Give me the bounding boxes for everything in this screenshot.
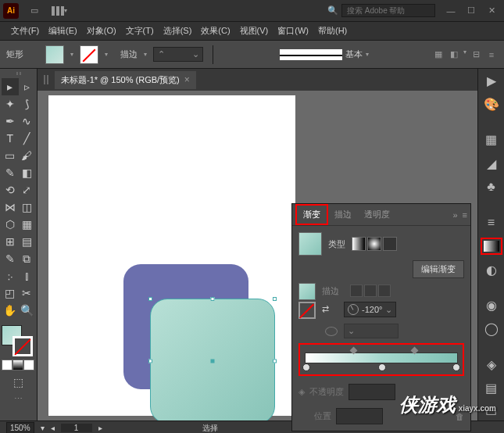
menu-window[interactable]: 窗口(W) bbox=[273, 25, 313, 37]
scale-tool[interactable]: ⤢ bbox=[19, 181, 36, 199]
align-icon[interactable]: ⊟ bbox=[470, 48, 482, 61]
close-tab-icon[interactable]: × bbox=[184, 74, 190, 85]
menu-effect[interactable]: 效果(C) bbox=[196, 25, 234, 37]
brushes-panel-icon[interactable]: ◢ bbox=[482, 155, 501, 172]
freeform-gradient-icon[interactable] bbox=[383, 237, 397, 251]
tab-gradient[interactable]: 渐变 bbox=[295, 204, 328, 225]
radial-gradient-icon[interactable] bbox=[367, 237, 381, 251]
ratio-input[interactable]: ⌄ bbox=[344, 324, 399, 338]
panel-menu-icon[interactable]: ≡ bbox=[463, 210, 467, 220]
curvature-tool[interactable]: ∿ bbox=[19, 113, 36, 130]
graph-tool[interactable]: ⫿ bbox=[19, 267, 36, 284]
fill-swatch-small[interactable] bbox=[298, 283, 316, 300]
bridge-icon[interactable]: ▭ bbox=[25, 3, 44, 19]
opacity-input[interactable] bbox=[349, 384, 395, 400]
menu-edit[interactable]: 编辑(E) bbox=[44, 25, 82, 37]
rotate-tool[interactable]: ⟲ bbox=[2, 181, 19, 199]
color-mode-solid[interactable] bbox=[2, 360, 13, 370]
menu-file[interactable]: 文件(F) bbox=[6, 25, 44, 37]
layers-panel-icon[interactable]: ◈ bbox=[482, 356, 501, 373]
reverse-gradient-icon[interactable]: ⇄ bbox=[322, 304, 338, 315]
document-tab[interactable]: 未标题-1* @ 150% (RGB/预览) × bbox=[55, 71, 196, 89]
swatches-panel-icon[interactable]: ▦ bbox=[482, 131, 501, 149]
menu-select[interactable]: 选择(S) bbox=[159, 25, 197, 37]
line-tool[interactable]: ╱ bbox=[19, 130, 36, 147]
shape-builder-tool[interactable]: ⬡ bbox=[2, 216, 19, 233]
maximize-button[interactable]: ☐ bbox=[462, 3, 481, 19]
selection-tool[interactable]: ▸ bbox=[2, 78, 19, 95]
width-tool[interactable]: ⋈ bbox=[2, 199, 19, 216]
eraser-tool[interactable]: ◧ bbox=[19, 164, 36, 181]
rectangle-tool[interactable]: ▭ bbox=[2, 147, 19, 164]
appearance-panel-icon[interactable]: ◉ bbox=[482, 297, 501, 314]
color-mode-gradient[interactable] bbox=[13, 360, 23, 370]
tab-stroke[interactable]: 描边 bbox=[328, 206, 358, 224]
chevron-down-icon[interactable]: ▾ bbox=[70, 51, 73, 58]
nav-prev-icon[interactable]: ◂ bbox=[51, 424, 55, 432]
gradient-preview-swatch[interactable] bbox=[298, 232, 322, 256]
pick-color-icon[interactable]: ◈ bbox=[298, 387, 305, 397]
fill-stroke-indicator[interactable] bbox=[2, 325, 33, 356]
magic-wand-tool[interactable]: ✦ bbox=[2, 95, 19, 113]
stroke-align-3-icon[interactable] bbox=[378, 284, 391, 297]
close-button[interactable]: ✕ bbox=[482, 3, 501, 19]
angle-input[interactable]: -120° ⌄ bbox=[344, 302, 396, 317]
graphic-styles-panel-icon[interactable]: ◯ bbox=[482, 320, 501, 338]
zoom-tool[interactable]: 🔍 bbox=[19, 302, 36, 319]
collapse-icon[interactable]: » bbox=[452, 210, 457, 220]
slice-tool[interactable]: ✂ bbox=[19, 284, 36, 302]
edit-gradient-button[interactable]: 编辑渐变 bbox=[413, 260, 464, 278]
tab-transparency[interactable]: 透明度 bbox=[358, 206, 396, 224]
perspective-tool[interactable]: ▦ bbox=[19, 216, 36, 233]
chevron-down-icon[interactable]: ▾ bbox=[64, 7, 67, 14]
stroke-panel-icon[interactable]: ≡ bbox=[482, 214, 501, 231]
teal-rectangle-shape[interactable] bbox=[150, 299, 275, 420]
artboard-nav[interactable]: 1 bbox=[61, 424, 92, 432]
chevron-down-icon[interactable]: ▾ bbox=[144, 51, 147, 58]
gradient-tool[interactable]: ▤ bbox=[19, 233, 36, 250]
search-icon[interactable]: 🔍 bbox=[327, 5, 338, 16]
opacity-icon[interactable]: ◧ bbox=[448, 48, 460, 61]
position-input[interactable] bbox=[336, 408, 383, 424]
stroke-swatch-small[interactable] bbox=[298, 302, 316, 319]
style-icon[interactable]: ▦ bbox=[432, 48, 445, 61]
color-mode-none[interactable] bbox=[23, 360, 34, 370]
stroke-align-2-icon[interactable] bbox=[364, 284, 377, 297]
properties-panel-icon[interactable]: ▶ bbox=[482, 72, 501, 89]
menu-help[interactable]: 帮助(H) bbox=[313, 25, 352, 37]
blend-tool[interactable]: ⧉ bbox=[19, 250, 36, 267]
lasso-tool[interactable]: ⟆ bbox=[19, 95, 36, 113]
eyedropper-tool[interactable]: ✎ bbox=[2, 250, 19, 267]
paintbrush-tool[interactable]: 🖌 bbox=[19, 147, 36, 164]
minimize-button[interactable]: — bbox=[441, 3, 460, 19]
shaper-tool[interactable]: ✎ bbox=[2, 164, 19, 181]
symbols-panel-icon[interactable]: ♣ bbox=[482, 178, 501, 195]
fill-swatch[interactable] bbox=[45, 45, 64, 64]
aspect-ratio-icon[interactable] bbox=[325, 327, 338, 336]
stroke-align-1-icon[interactable] bbox=[350, 284, 363, 297]
zoom-field[interactable]: 150% bbox=[6, 422, 34, 433]
transparency-panel-icon[interactable]: ◐ bbox=[482, 261, 501, 278]
stroke-swatch[interactable] bbox=[80, 45, 98, 64]
gradient-panel-button[interactable] bbox=[481, 238, 502, 255]
linear-gradient-icon[interactable] bbox=[352, 237, 366, 251]
menu-type[interactable]: 文字(T) bbox=[121, 25, 159, 37]
mesh-tool[interactable]: ⊞ bbox=[2, 233, 19, 250]
chevron-down-icon[interactable]: ▾ bbox=[41, 424, 45, 432]
artboard-tool[interactable]: ◰ bbox=[2, 284, 19, 302]
free-transform-tool[interactable]: ◫ bbox=[19, 199, 36, 216]
menu-icon[interactable]: ≡ bbox=[485, 48, 498, 61]
chevron-down-icon[interactable]: ▾ bbox=[463, 48, 466, 61]
direct-selection-tool[interactable]: ▹ bbox=[19, 78, 36, 95]
screen-mode-tool[interactable]: ⬚ bbox=[10, 374, 27, 391]
symbol-sprayer-tool[interactable]: ჻ bbox=[2, 267, 19, 284]
menu-view[interactable]: 视图(V) bbox=[235, 25, 273, 37]
brush-swatch[interactable] bbox=[280, 49, 342, 60]
pen-tool[interactable]: ✒ bbox=[2, 113, 19, 130]
nav-next-icon[interactable]: ▸ bbox=[98, 424, 102, 432]
arrange-documents-icon[interactable] bbox=[52, 6, 64, 16]
chevron-down-icon[interactable]: ▾ bbox=[105, 51, 108, 58]
color-panel-icon[interactable]: 🎨 bbox=[482, 95, 501, 113]
stroke-weight-stepper[interactable]: ⌃⌄ bbox=[153, 47, 203, 62]
type-tool[interactable]: T bbox=[2, 130, 19, 147]
